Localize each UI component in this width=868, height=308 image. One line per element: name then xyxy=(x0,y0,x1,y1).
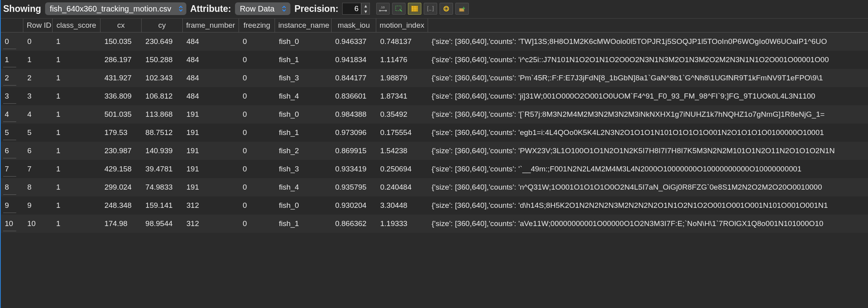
cell-cy[interactable]: 159.141 xyxy=(142,196,183,215)
cell-instance-name[interactable]: fish_3 xyxy=(275,69,331,87)
cell-row-id[interactable]: 3 xyxy=(23,87,52,105)
cell-cx[interactable]: 179.53 xyxy=(100,124,142,142)
cell-instance-name[interactable]: fish_0 xyxy=(275,105,331,124)
cell-cx[interactable]: 431.927 xyxy=(100,69,142,87)
cell-index[interactable]: 7 xyxy=(1,160,23,178)
cell-mask-iou[interactable]: 0.933419 xyxy=(331,160,376,178)
cell-motion-index[interactable]: 1.11476 xyxy=(376,51,428,69)
cell-cy[interactable]: 74.9833 xyxy=(142,178,183,196)
data-table-wrap[interactable]: Row ID class_score cx cy frame_number fr… xyxy=(1,19,868,308)
cell-row-id[interactable]: 6 xyxy=(23,142,52,160)
cell-frame-number[interactable]: 312 xyxy=(182,215,239,233)
table-row[interactable]: 881299.02474.98331910fish_40.9357950.240… xyxy=(1,178,868,196)
cell-class-score[interactable]: 1 xyxy=(52,87,100,105)
cell-class-score[interactable]: 1 xyxy=(52,51,100,69)
col-frame-number[interactable]: frame_number xyxy=(182,19,239,32)
cell-row-id[interactable]: 9 xyxy=(23,196,52,215)
cell-instance-name[interactable]: fish_2 xyxy=(275,142,331,160)
cell-cx[interactable]: 174.98 xyxy=(100,215,142,233)
cell-cx[interactable]: 286.197 xyxy=(100,51,142,69)
cell-cy[interactable]: 150.288 xyxy=(142,51,183,69)
cell-freezing[interactable]: 0 xyxy=(239,142,275,160)
cell-mask-iou[interactable]: 0.973096 xyxy=(331,124,376,142)
cell-cy[interactable]: 102.343 xyxy=(142,69,183,87)
cell-cx[interactable]: 150.035 xyxy=(100,32,142,51)
col-row-id[interactable]: Row ID xyxy=(23,19,52,32)
cell-freezing[interactable]: 0 xyxy=(239,124,275,142)
cell-class-score[interactable]: 1 xyxy=(52,160,100,178)
cell-cx[interactable]: 501.035 xyxy=(100,105,142,124)
cell-cy[interactable]: 106.812 xyxy=(142,87,183,105)
table-row[interactable]: 551179.5388.75121910fish_10.9730960.1755… xyxy=(1,124,868,142)
cell-motion-index[interactable]: 1.98879 xyxy=(376,69,428,87)
cell-cy[interactable]: 140.939 xyxy=(142,142,183,160)
cell-rle[interactable]: {'size': [360,640],'counts': 'd\h14S;8H5… xyxy=(428,196,868,215)
cell-freezing[interactable]: 0 xyxy=(239,87,275,105)
cell-cy[interactable]: 230.649 xyxy=(142,32,183,51)
cell-row-id[interactable]: 10 xyxy=(23,215,52,233)
cell-mask-iou[interactable]: 0.935795 xyxy=(331,178,376,196)
cell-freezing[interactable]: 0 xyxy=(239,215,275,233)
stepper-down-icon[interactable]: ▼ xyxy=(362,9,370,14)
cell-mask-iou[interactable]: 0.866362 xyxy=(331,215,376,233)
cell-row-id[interactable]: 7 xyxy=(23,160,52,178)
file-select[interactable]: fish_640x360_tracking_motion.csv xyxy=(45,2,186,15)
cell-instance-name[interactable]: fish_4 xyxy=(275,87,331,105)
cell-motion-index[interactable]: 0.35492 xyxy=(376,105,428,124)
cell-mask-iou[interactable]: 0.984388 xyxy=(331,105,376,124)
cell-instance-name[interactable]: fish_1 xyxy=(275,51,331,69)
table-row[interactable]: 441501.035113.8681910fish_00.9843880.354… xyxy=(1,105,868,124)
cell-rle[interactable]: {'size': [360,640],'counts': '[`R57j:8M3… xyxy=(428,105,868,124)
col-mask-iou[interactable]: mask_iou xyxy=(331,19,376,32)
cell-motion-index[interactable]: 0.240484 xyxy=(376,178,428,196)
cell-freezing[interactable]: 0 xyxy=(239,105,275,124)
cell-cx[interactable]: 429.158 xyxy=(100,160,142,178)
cell-index[interactable]: 9 xyxy=(1,196,23,215)
cell-rle[interactable]: {'size': [360,640],'counts': 'Pm`45R;:F:… xyxy=(428,69,868,87)
cell-instance-name[interactable]: fish_3 xyxy=(275,160,331,178)
cell-frame-number[interactable]: 191 xyxy=(182,124,239,142)
table-row[interactable]: 331336.809106.8124840fish_40.8366011.873… xyxy=(1,87,868,105)
cell-index[interactable]: 0 xyxy=(1,32,23,51)
precision-input[interactable]: 6 ▲ ▼ xyxy=(342,3,370,15)
cell-class-score[interactable]: 1 xyxy=(52,142,100,160)
cell-frame-number[interactable]: 312 xyxy=(182,196,239,215)
cell-class-score[interactable]: 1 xyxy=(52,196,100,215)
cell-freezing[interactable]: 0 xyxy=(239,178,275,196)
cell-instance-name[interactable]: fish_0 xyxy=(275,32,331,51)
cell-index[interactable]: 2 xyxy=(1,69,23,87)
cell-index[interactable]: 3 xyxy=(1,87,23,105)
cell-cy[interactable]: 88.7512 xyxy=(142,124,183,142)
cell-class-score[interactable]: 1 xyxy=(52,69,100,87)
cell-frame-number[interactable]: 191 xyxy=(182,105,239,124)
table-row[interactable]: 771429.15839.47811910fish_30.9334190.250… xyxy=(1,160,868,178)
cell-freezing[interactable]: 0 xyxy=(239,69,275,87)
cell-frame-number[interactable]: 484 xyxy=(182,69,239,87)
cell-motion-index[interactable]: 0.748137 xyxy=(376,32,428,51)
cell-index[interactable]: 10 xyxy=(1,215,23,233)
table-row[interactable]: 001150.035230.6494840fish_00.9463370.748… xyxy=(1,32,868,51)
col-motion-index[interactable]: motion_index xyxy=(376,19,428,32)
cell-class-score[interactable]: 1 xyxy=(52,124,100,142)
table-row[interactable]: 221431.927102.3434840fish_30.8441771.988… xyxy=(1,69,868,87)
selection-button[interactable] xyxy=(392,3,406,15)
cell-index[interactable]: 5 xyxy=(1,124,23,142)
export-button[interactable] xyxy=(455,3,469,15)
cell-frame-number[interactable]: 484 xyxy=(182,51,239,69)
cell-rle[interactable]: {'size': [360,640],'counts': 'TW]13S;8H8… xyxy=(428,32,868,51)
col-instance-name[interactable]: instance_name xyxy=(275,19,331,32)
table-row[interactable]: 661230.987140.9391910fish_20.8699151.542… xyxy=(1,142,868,160)
cell-motion-index[interactable]: 3.30448 xyxy=(376,196,428,215)
cell-rle[interactable]: {'size': [360,640],'counts': 'ji]31W;001… xyxy=(428,87,868,105)
cell-freezing[interactable]: 0 xyxy=(239,32,275,51)
cell-frame-number[interactable]: 484 xyxy=(182,32,239,51)
cell-cx[interactable]: 299.024 xyxy=(100,178,142,196)
cell-freezing[interactable]: 0 xyxy=(239,51,275,69)
table-row[interactable]: 991248.348159.1413120fish_00.9302043.304… xyxy=(1,196,868,215)
cell-mask-iou[interactable]: 0.930204 xyxy=(331,196,376,215)
cell-rle[interactable]: {'size': [360,640],'counts': 'i^c25i::J7… xyxy=(428,51,868,69)
precision-stepper[interactable]: ▲ ▼ xyxy=(361,3,370,15)
cell-mask-iou[interactable]: 0.941834 xyxy=(331,51,376,69)
cell-row-id[interactable]: 8 xyxy=(23,178,52,196)
cell-row-id[interactable]: 4 xyxy=(23,105,52,124)
